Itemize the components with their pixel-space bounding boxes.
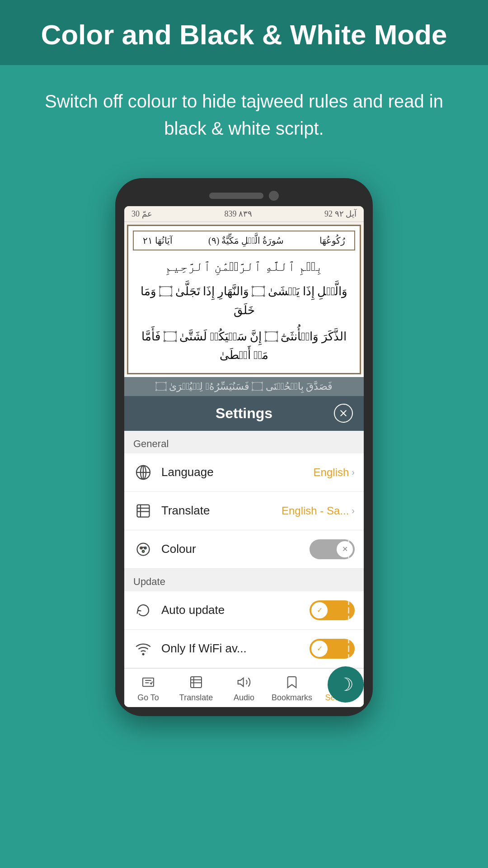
nav-item-bookmarks[interactable]: Bookmarks bbox=[268, 674, 316, 703]
svg-rect-16 bbox=[191, 677, 202, 688]
phone-camera bbox=[269, 191, 279, 201]
settings-section-general: General bbox=[124, 431, 364, 453]
language-chevron: › bbox=[352, 467, 355, 477]
phone-container: 30 عمّ 839 ٨٣٩ 92 آيل ٩٢ آيَاتُهَا ۲۱ سُ… bbox=[0, 178, 488, 716]
svg-point-12 bbox=[143, 653, 144, 655]
language-label: Language bbox=[161, 465, 314, 479]
quran-page: 30 عمّ 839 ٨٣٩ 92 آيل ٩٢ آيَاتُهَا ۲۱ سُ… bbox=[124, 206, 364, 374]
translate-icon bbox=[133, 501, 153, 521]
quran-page-numbers: 30 عمّ 839 ٨٣٩ 92 آيل ٩٢ bbox=[124, 206, 364, 222]
quran-verse-2: الذَّكَرَ وَالۡأُنثَىٰٓ ۝ إِنَّ سَعۡيَكُ… bbox=[133, 324, 355, 368]
colour-label: Colour bbox=[161, 542, 310, 556]
language-value: English › bbox=[314, 466, 355, 479]
settings-update-list: Auto update ✓ bbox=[124, 591, 364, 668]
app-header: Color and Black & White Mode bbox=[0, 0, 488, 65]
phone-top-bar bbox=[124, 187, 364, 206]
settings-item-wifi-only[interactable]: Only If WiFi av... ✓ bbox=[124, 630, 364, 668]
settings-general-list: Language English › bbox=[124, 453, 364, 569]
phone-mockup: 30 عمّ 839 ٨٣٩ 92 آيل ٩٢ آيَاتُهَا ۲۱ سُ… bbox=[115, 178, 373, 716]
settings-item-auto-update[interactable]: Auto update ✓ bbox=[124, 591, 364, 630]
page-number-left: 30 عمّ bbox=[131, 209, 152, 219]
translate-nav-icon bbox=[188, 674, 204, 690]
quran-bismillah: بِسۡمِ ٱللَّهِ ٱلرَّحۡمَٰنِ ٱلرَّحِيمِ bbox=[160, 255, 328, 278]
translate-label: Translate bbox=[161, 504, 282, 518]
settings-item-colour[interactable]: Colour ✕ bbox=[124, 530, 364, 569]
svg-marker-20 bbox=[238, 678, 244, 686]
page-number-right: 92 آيل ٩٢ bbox=[324, 209, 357, 219]
wifi-only-label: Only If WiFi av... bbox=[161, 642, 310, 656]
audio-label: Audio bbox=[234, 693, 254, 703]
settings-item-translate[interactable]: Translate English - Sa... › bbox=[124, 492, 364, 530]
nav-item-goto[interactable]: Go To bbox=[124, 674, 172, 703]
audio-icon bbox=[236, 674, 252, 690]
colour-icon bbox=[133, 539, 153, 559]
bookmark-icon bbox=[284, 674, 300, 690]
auto-update-toggle[interactable]: ✓ bbox=[310, 600, 355, 620]
settings-item-language[interactable]: Language English › bbox=[124, 453, 364, 492]
globe-icon bbox=[133, 462, 153, 482]
quran-content: آيَاتُهَا ۲۱ سُورَةُ الَّيۡلِ مَكِّيَّةٌ… bbox=[127, 225, 361, 374]
settings-body: General Language bbox=[124, 431, 364, 707]
subtitle-area: Switch off colour to hide tajweed rules … bbox=[0, 65, 488, 165]
header-title: Color and Black & White Mode bbox=[27, 18, 461, 52]
quran-surah-header: آيَاتُهَا ۲۱ سُورَةُ الَّيۡلِ مَكِّيَّةٌ… bbox=[133, 231, 355, 250]
page-number-center: 839 ٨٣٩ bbox=[225, 209, 253, 219]
refresh-icon bbox=[133, 600, 153, 620]
translate-value: English - Sa... › bbox=[282, 505, 355, 517]
auto-update-label: Auto update bbox=[161, 603, 310, 617]
settings-title: Settings bbox=[216, 405, 272, 422]
phone-speaker bbox=[209, 193, 263, 199]
quran-overlay-text: فَصَدَّقَ بِالۡحُسۡنَى ۝ فَسَنُيَسِّرُهُ… bbox=[124, 377, 364, 396]
subtitle-text: Switch off colour to hide tajweed rules … bbox=[36, 88, 452, 142]
settings-close-button[interactable] bbox=[334, 404, 353, 423]
wifi-icon bbox=[133, 639, 153, 659]
phone-screen: 30 عمّ 839 ٨٣٩ 92 آيل ٩٢ آيَاتُهَا ۲۱ سُ… bbox=[124, 206, 364, 707]
nav-item-audio[interactable]: Audio bbox=[220, 674, 268, 703]
translate-chevron: › bbox=[352, 505, 355, 516]
goto-label: Go To bbox=[137, 693, 159, 703]
svg-point-11 bbox=[142, 550, 145, 552]
crescent-logo: ☽ bbox=[328, 666, 364, 703]
colour-toggle[interactable]: ✕ bbox=[310, 539, 355, 559]
translate-nav-label: Translate bbox=[179, 693, 213, 703]
settings-section-update: Update bbox=[124, 569, 364, 591]
settings-header: Settings bbox=[124, 396, 364, 431]
svg-rect-4 bbox=[137, 505, 150, 517]
svg-point-8 bbox=[137, 543, 150, 555]
bookmarks-label: Bookmarks bbox=[272, 693, 312, 703]
quran-verse-1: وَالَّيۡلِ إِذَا يَغۡشَىٰ ۝ وَالنَّهَارِ… bbox=[133, 278, 355, 323]
nav-item-translate[interactable]: Translate bbox=[172, 674, 220, 703]
wifi-only-toggle[interactable]: ✓ bbox=[310, 639, 355, 659]
goto-icon bbox=[140, 674, 156, 690]
